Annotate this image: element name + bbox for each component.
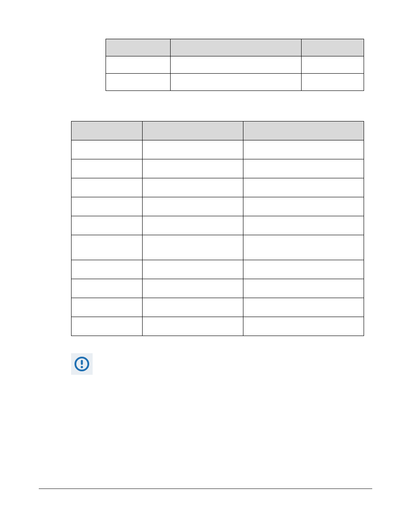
table-row — [72, 121, 364, 140]
table-cell — [72, 216, 143, 235]
table-cell — [72, 279, 143, 298]
table-row — [72, 216, 364, 235]
table-header-cell — [302, 39, 364, 56]
table-cell — [243, 197, 364, 216]
table-header-cell — [142, 121, 243, 140]
table-cell — [243, 140, 364, 159]
table-row — [72, 260, 364, 279]
table-header-cell — [170, 39, 301, 56]
table-cell — [106, 74, 171, 91]
svg-point-2 — [81, 366, 83, 368]
table-cell — [302, 74, 364, 91]
spacer — [39, 91, 372, 121]
table-row — [106, 74, 364, 91]
table-cell — [142, 235, 243, 260]
table-cell — [72, 140, 143, 159]
table-row — [72, 235, 364, 260]
table-header-cell — [106, 39, 171, 56]
table-cell — [142, 178, 243, 197]
alert-circle-icon — [71, 353, 93, 375]
table-cell — [243, 178, 364, 197]
table-row — [72, 159, 364, 178]
table-cell — [72, 178, 143, 197]
footer-rule — [39, 488, 372, 489]
table-row — [106, 56, 364, 74]
table-header-cell — [243, 121, 364, 140]
table-row — [106, 39, 364, 56]
table-cell — [142, 159, 243, 178]
table-cell — [142, 279, 243, 298]
spacer — [39, 336, 372, 353]
table-cell — [243, 317, 364, 336]
table-row — [72, 178, 364, 197]
table-cell — [72, 235, 143, 260]
table-cell — [302, 56, 364, 74]
table-row — [72, 298, 364, 317]
table-cell — [72, 159, 143, 178]
table-header-cell — [72, 121, 143, 140]
table-cell — [72, 298, 143, 317]
table-row — [72, 317, 364, 336]
table-row — [72, 279, 364, 298]
table-cell — [243, 298, 364, 317]
table-cell — [142, 317, 243, 336]
table-cell — [72, 260, 143, 279]
table-cell — [142, 298, 243, 317]
document-page — [0, 0, 411, 532]
table-cell — [243, 279, 364, 298]
table-cell — [142, 260, 243, 279]
table-2 — [71, 121, 364, 336]
table-cell — [243, 260, 364, 279]
table-row — [72, 140, 364, 159]
table-cell — [243, 216, 364, 235]
table-cell — [106, 56, 171, 74]
table-cell — [72, 197, 143, 216]
table-cell — [243, 235, 364, 260]
table-cell — [142, 140, 243, 159]
svg-rect-1 — [81, 360, 83, 365]
table-cell — [170, 74, 301, 91]
table-cell — [170, 56, 301, 74]
table-cell — [142, 216, 243, 235]
table-row — [72, 197, 364, 216]
table-cell — [243, 159, 364, 178]
table-cell — [142, 197, 243, 216]
table-cell — [72, 317, 143, 336]
note-block — [71, 353, 372, 375]
table-1 — [106, 39, 364, 91]
